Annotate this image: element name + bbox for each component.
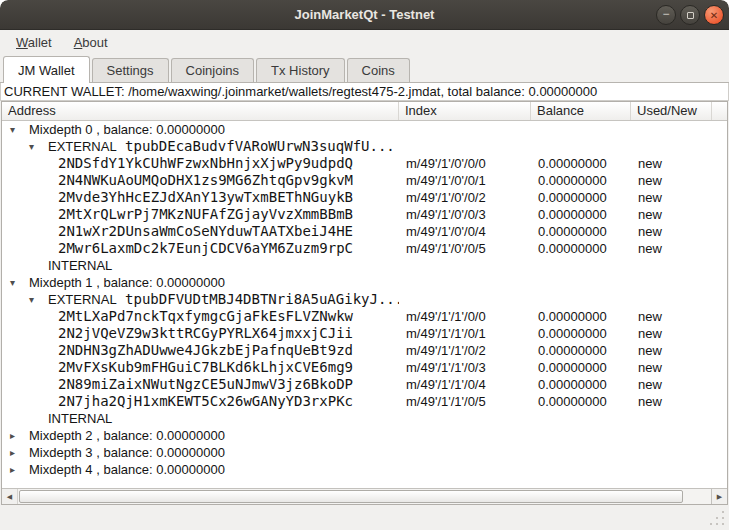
- close-button[interactable]: ✕: [704, 5, 724, 25]
- address-label: 2N2jVQeVZ9w3kttRCGyPYRLX64jmxxjCJii: [58, 325, 353, 342]
- tree-row[interactable]: ▾EXTERNAL tpubDFVUDtMBJ4DBTNri8A5uAGikyJ…: [2, 291, 727, 308]
- current-wallet-banner: CURRENT WALLET: /home/waxwing/.joinmarke…: [0, 83, 729, 101]
- collapse-arrow-icon[interactable]: ▾: [25, 138, 48, 155]
- tree-row[interactable]: ▸Mixdepth 2 , balance: 0.00000000: [2, 427, 727, 444]
- index-cell: [399, 410, 531, 427]
- titlebar[interactable]: JoinMarketQt - Testnet − ✕: [0, 0, 729, 30]
- address-cell: ▾Mixdepth 0 , balance: 0.00000000: [2, 121, 399, 138]
- index-cell: m/49'/1'/1'/0/5: [399, 393, 531, 410]
- tree-row[interactable]: ▸Mixdepth 3 , balance: 0.00000000: [2, 444, 727, 461]
- balance-cell: [531, 121, 631, 138]
- menubar: WalletAbout: [0, 30, 729, 54]
- wallet-tree: AddressIndexBalanceUsed/New ▾Mixdepth 0 …: [1, 101, 728, 505]
- menu-item-about[interactable]: About: [66, 32, 116, 53]
- tree-row[interactable]: INTERNAL: [2, 410, 727, 427]
- tab-settings[interactable]: Settings: [92, 58, 169, 82]
- balance-cell: [531, 257, 631, 274]
- balance-cell: [531, 427, 631, 444]
- balance-cell: [531, 274, 631, 291]
- column-header-index[interactable]: Index: [399, 102, 531, 120]
- index-cell: m/49'/1'/1'/0/2: [399, 342, 531, 359]
- tree-item-label: Mixdepth 0 , balance: 0.00000000: [29, 121, 225, 138]
- column-header-balance[interactable]: Balance: [531, 102, 631, 120]
- collapse-arrow-icon[interactable]: ▾: [6, 274, 29, 291]
- balance-cell: 0.00000000: [531, 172, 631, 189]
- tree-header: AddressIndexBalanceUsed/New: [2, 102, 727, 121]
- balance-cell: [531, 138, 631, 155]
- tree-row[interactable]: 2Mwr6LaxmDc2k7EunjCDCV6aYM6Zuzm9rpCm/49'…: [2, 240, 727, 257]
- expand-arrow-icon[interactable]: ▸: [6, 444, 29, 461]
- expand-arrow-icon[interactable]: ▸: [6, 427, 29, 444]
- address-cell: 2MtLXaPd7nckTqxfymgcGjaFkEsFLVZNwkw: [2, 308, 399, 325]
- tree-row[interactable]: 2N4NWKuAoUMQoDHX1zs9MG6ZhtqGpv9gkvMm/49'…: [2, 172, 727, 189]
- tree-row[interactable]: 2Mvde3YhHcEZJdXAnY13ywTxmBEThNGuykBm/49'…: [2, 189, 727, 206]
- scroll-right-button[interactable]: ▶: [711, 489, 727, 504]
- address-label: 2N89miZaixNWutNgzCE5uNJmwV3jz6BkoDP: [58, 376, 353, 393]
- tree-row[interactable]: 2N2jVQeVZ9w3kttRCGyPYRLX64jmxxjCJiim/49'…: [2, 325, 727, 342]
- tab-bar: JM WalletSettingsCoinjoinsTx HistoryCoin…: [0, 54, 729, 82]
- tree-row[interactable]: 2NDSfdY1YkCUhWFzwxNbHnjxXjwPy9udpdQm/49'…: [2, 155, 727, 172]
- index-cell: m/49'/1'/0'/0/1: [399, 172, 531, 189]
- address-cell: ▸Mixdepth 4 , balance: 0.00000000: [2, 461, 399, 478]
- status-bar: [0, 505, 729, 530]
- index-cell: m/49'/1'/1'/0/4: [399, 376, 531, 393]
- tree-row[interactable]: ▾Mixdepth 1 , balance: 0.00000000: [2, 274, 727, 291]
- address-cell: ▾EXTERNAL tpubDFVUDtMBJ4DBTNri8A5uAGikyJ…: [2, 291, 399, 308]
- address-cell: ▸Mixdepth 2 , balance: 0.00000000: [2, 427, 399, 444]
- index-cell: [399, 427, 531, 444]
- address-label: 2N1wXr2DUnsaWmCoSeNYduwTAATXbeiJ4HE: [58, 223, 353, 240]
- tree-item-label: Mixdepth 2 , balance: 0.00000000: [29, 427, 225, 444]
- tree-row[interactable]: 2N7jha2QjH1xmKEWT5Cx26wGANyYD3rxPKcm/49'…: [2, 393, 727, 410]
- tree-item-label: Mixdepth 1 , balance: 0.00000000: [29, 274, 225, 291]
- address-label: 2N4NWKuAoUMQoDHX1zs9MG6ZhtqGpv9gkvM: [58, 172, 353, 189]
- index-cell: m/49'/1'/1'/0/3: [399, 359, 531, 376]
- index-cell: m/49'/1'/0'/0/4: [399, 223, 531, 240]
- tree-item-label: Mixdepth 4 , balance: 0.00000000: [29, 461, 225, 478]
- tree-row[interactable]: ▾EXTERNAL tpubDEcaBudvfVARoWUrwN3suqWfU.…: [2, 138, 727, 155]
- tree-row[interactable]: 2MtXrQLwrPj7MKzNUFAfZGjayVvzXmmBBmBm/49'…: [2, 206, 727, 223]
- tab-coinjoins[interactable]: Coinjoins: [171, 58, 254, 82]
- resize-grip-icon[interactable]: [710, 511, 724, 525]
- tree-row[interactable]: 2NDHN3gZhADUwwe4JGkzbEjPafnqUeBt9zdm/49'…: [2, 342, 727, 359]
- tab-tx-history[interactable]: Tx History: [256, 58, 345, 82]
- column-header-used-new[interactable]: Used/New: [631, 102, 712, 120]
- column-header-address[interactable]: Address: [2, 102, 399, 120]
- used-new-cell: new: [631, 376, 712, 393]
- xpub-label: tpubDFVUDtMBJ4DBTNri8A5uAGikyJ...: [117, 291, 399, 308]
- tree-row[interactable]: INTERNAL: [2, 257, 727, 274]
- scrollbar-track[interactable]: [18, 489, 711, 504]
- tree-row[interactable]: 2N1wXr2DUnsaWmCoSeNYduwTAATXbeiJ4HEm/49'…: [2, 223, 727, 240]
- address-cell: 2MtXrQLwrPj7MKzNUFAfZGjayVvzXmmBBmB: [2, 206, 399, 223]
- used-new-cell: [631, 138, 712, 155]
- collapse-arrow-icon[interactable]: ▾: [6, 121, 29, 138]
- balance-cell: 0.00000000: [531, 325, 631, 342]
- balance-cell: [531, 461, 631, 478]
- scroll-left-button[interactable]: ◀: [2, 489, 18, 504]
- scrollbar-thumb[interactable]: [19, 490, 683, 503]
- tab-jm-wallet[interactable]: JM Wallet: [3, 56, 90, 83]
- tree-row[interactable]: 2N89miZaixNWutNgzCE5uNJmwV3jz6BkoDPm/49'…: [2, 376, 727, 393]
- address-label: 2Mwr6LaxmDc2k7EunjCDCV6aYM6Zuzm9rpC: [58, 240, 353, 257]
- used-new-cell: [631, 410, 712, 427]
- balance-cell: 0.00000000: [531, 376, 631, 393]
- tree-row[interactable]: 2MtLXaPd7nckTqxfymgcGjaFkEsFLVZNwkwm/49'…: [2, 308, 727, 325]
- collapse-arrow-icon[interactable]: ▾: [25, 291, 48, 308]
- balance-cell: 0.00000000: [531, 359, 631, 376]
- used-new-cell: [631, 257, 712, 274]
- tab-coins[interactable]: Coins: [347, 58, 410, 82]
- app-window: JoinMarketQt - Testnet − ✕ WalletAbout J…: [0, 0, 729, 530]
- tree-item-label: INTERNAL: [48, 410, 112, 427]
- tree-row[interactable]: 2MvFXsKub9mFHGuiC7BLKd6kLhjxCVE6mg9m/49'…: [2, 359, 727, 376]
- index-cell: [399, 444, 531, 461]
- expand-arrow-icon[interactable]: ▸: [6, 461, 29, 478]
- balance-cell: [531, 444, 631, 461]
- address-cell: 2N4NWKuAoUMQoDHX1zs9MG6ZhtqGpv9gkvM: [2, 172, 399, 189]
- column-header-spacer[interactable]: [712, 102, 727, 120]
- minimize-button[interactable]: −: [656, 5, 676, 25]
- tree-row[interactable]: ▸Mixdepth 4 , balance: 0.00000000: [2, 461, 727, 478]
- horizontal-scrollbar[interactable]: ◀ ▶: [2, 488, 727, 504]
- maximize-button[interactable]: [680, 5, 700, 25]
- menu-item-wallet[interactable]: Wallet: [8, 32, 60, 53]
- tree-row[interactable]: ▾Mixdepth 0 , balance: 0.00000000: [2, 121, 727, 138]
- address-label: 2Mvde3YhHcEZJdXAnY13ywTxmBEThNGuykB: [58, 189, 353, 206]
